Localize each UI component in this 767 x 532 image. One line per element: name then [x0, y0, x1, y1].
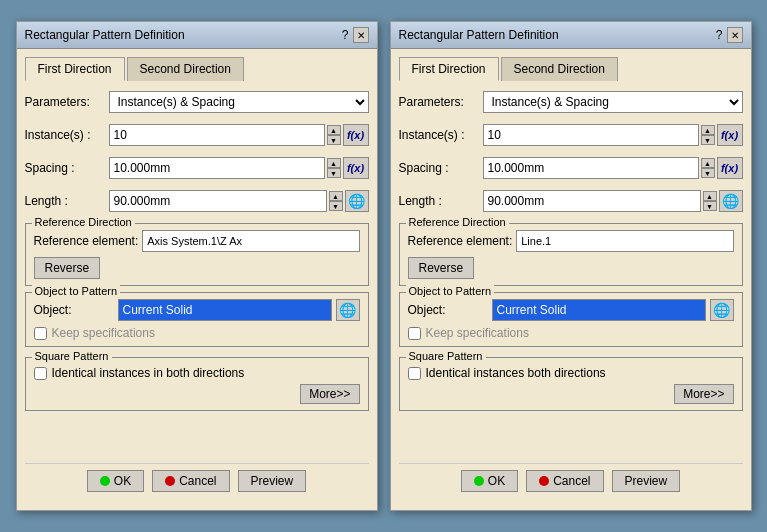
- keep-specs-checkbox-1[interactable]: [34, 327, 47, 340]
- ok-label-1: OK: [114, 474, 131, 488]
- reverse-button-2[interactable]: Reverse: [408, 257, 475, 279]
- tab-first-direction-2[interactable]: First Direction: [399, 57, 499, 81]
- reference-direction-section-1: Reference Direction Reference element: R…: [25, 223, 369, 286]
- ok-green-dot-2: [474, 476, 484, 486]
- ok-button-1[interactable]: OK: [87, 470, 144, 492]
- parameters-label-2: Parameters:: [399, 95, 479, 109]
- instances-input-1[interactable]: [109, 124, 325, 146]
- dialog-content-2: First Direction Second Direction Paramet…: [391, 49, 751, 510]
- length-spin-1: ▲ ▼: [329, 191, 343, 211]
- length-spin-down-1[interactable]: ▼: [329, 201, 343, 211]
- dialog-1: Rectangular Pattern Definition ? ✕ First…: [16, 21, 378, 511]
- spacing-row-1: Spacing : ▲ ▼ f(x): [25, 157, 369, 179]
- ok-button-2[interactable]: OK: [461, 470, 518, 492]
- ok-label-2: OK: [488, 474, 505, 488]
- ref-element-input-2[interactable]: [516, 230, 733, 252]
- cancel-label-2: Cancel: [553, 474, 590, 488]
- length-label-2: Length :: [399, 194, 479, 208]
- tabs-1: First Direction Second Direction: [25, 57, 369, 81]
- spacing-fx-btn-2[interactable]: f(x): [717, 157, 743, 179]
- length-input-group-1: ▲ ▼ 🌐: [109, 190, 369, 212]
- object-row-1: Object: 🌐: [34, 299, 360, 321]
- keep-specs-checkbox-2[interactable]: [408, 327, 421, 340]
- length-globe-btn-1[interactable]: 🌐: [345, 190, 369, 212]
- spacing-fx-btn-1[interactable]: f(x): [343, 157, 369, 179]
- object-input-1[interactable]: [118, 299, 332, 321]
- length-spin-up-2[interactable]: ▲: [703, 191, 717, 201]
- cancel-button-2[interactable]: Cancel: [526, 470, 603, 492]
- instances-input-group-2: ▲ ▼ f(x): [483, 124, 743, 146]
- spacing-row-2: Spacing : ▲ ▼ f(x): [399, 157, 743, 179]
- reference-direction-title-2: Reference Direction: [406, 216, 509, 228]
- spacing-input-group-1: ▲ ▼ f(x): [109, 157, 369, 179]
- help-button-2[interactable]: ?: [716, 28, 723, 42]
- square-pattern-section-1: Square Pattern Identical instances in bo…: [25, 357, 369, 411]
- instances-spin-down-2[interactable]: ▼: [701, 135, 715, 145]
- object-globe-btn-1[interactable]: 🌐: [336, 299, 360, 321]
- more-button-2[interactable]: More>>: [674, 384, 733, 404]
- reference-direction-title-1: Reference Direction: [32, 216, 135, 228]
- square-pattern-checkbox-1[interactable]: [34, 367, 47, 380]
- object-pattern-section-2: Object to Pattern Object: 🌐 Keep specifi…: [399, 292, 743, 347]
- cancel-button-1[interactable]: Cancel: [152, 470, 229, 492]
- dialog-content-1: First Direction Second Direction Paramet…: [17, 49, 377, 510]
- spacing-spin-down-2[interactable]: ▼: [701, 168, 715, 178]
- instances-spin-up-2[interactable]: ▲: [701, 125, 715, 135]
- instances-fx-btn-1[interactable]: f(x): [343, 124, 369, 146]
- spacing-input-1[interactable]: [109, 157, 325, 179]
- titlebar-1: Rectangular Pattern Definition ? ✕: [17, 22, 377, 49]
- object-row-2: Object: 🌐: [408, 299, 734, 321]
- object-globe-btn-2[interactable]: 🌐: [710, 299, 734, 321]
- close-button-2[interactable]: ✕: [727, 27, 743, 43]
- parameters-row-1: Parameters: Instance(s) & Spacing: [25, 91, 369, 113]
- spacing-spin-1: ▲ ▼: [327, 158, 341, 178]
- instances-fx-btn-2[interactable]: f(x): [717, 124, 743, 146]
- help-button-1[interactable]: ?: [342, 28, 349, 42]
- spacing-spin-up-1[interactable]: ▲: [327, 158, 341, 168]
- square-pattern-label-text-1: Identical instances in both directions: [52, 366, 245, 380]
- spacing-spin-down-1[interactable]: ▼: [327, 168, 341, 178]
- close-button-1[interactable]: ✕: [353, 27, 369, 43]
- length-spin-up-1[interactable]: ▲: [329, 191, 343, 201]
- bottom-buttons-1: OK Cancel Preview: [25, 463, 369, 502]
- length-input-2[interactable]: [483, 190, 701, 212]
- instances-spin-up-1[interactable]: ▲: [327, 125, 341, 135]
- object-input-2[interactable]: [492, 299, 706, 321]
- more-button-1[interactable]: More>>: [300, 384, 359, 404]
- spacing-label-1: Spacing :: [25, 161, 105, 175]
- tabs-2: First Direction Second Direction: [399, 57, 743, 81]
- dialog-2: Rectangular Pattern Definition ? ✕ First…: [390, 21, 752, 511]
- spacing-input-2[interactable]: [483, 157, 699, 179]
- length-input-1[interactable]: [109, 190, 327, 212]
- object-label-1: Object:: [34, 303, 114, 317]
- preview-button-2[interactable]: Preview: [612, 470, 681, 492]
- tab-second-direction-1[interactable]: Second Direction: [127, 57, 244, 81]
- instances-input-2[interactable]: [483, 124, 699, 146]
- dialog-title-2: Rectangular Pattern Definition: [399, 28, 559, 42]
- object-pattern-title-2: Object to Pattern: [406, 285, 495, 297]
- object-pattern-section-1: Object to Pattern Object: 🌐 Keep specifi…: [25, 292, 369, 347]
- tab-first-direction-1[interactable]: First Direction: [25, 57, 125, 81]
- more-row-1: More>>: [34, 384, 360, 404]
- cancel-red-dot-1: [165, 476, 175, 486]
- ref-element-input-1[interactable]: [142, 230, 359, 252]
- preview-label-2: Preview: [625, 474, 668, 488]
- square-pattern-label-text-2: Identical instances both directions: [426, 366, 606, 380]
- length-label-1: Length :: [25, 194, 105, 208]
- reverse-button-1[interactable]: Reverse: [34, 257, 101, 279]
- parameters-select-1[interactable]: Instance(s) & Spacing: [109, 91, 369, 113]
- parameters-label-1: Parameters:: [25, 95, 105, 109]
- length-globe-btn-2[interactable]: 🌐: [719, 190, 743, 212]
- object-pattern-title-1: Object to Pattern: [32, 285, 121, 297]
- keep-specs-row-1: Keep specifications: [34, 326, 360, 340]
- spacing-spin-up-2[interactable]: ▲: [701, 158, 715, 168]
- spacing-spin-2: ▲ ▼: [701, 158, 715, 178]
- length-spin-down-2[interactable]: ▼: [703, 201, 717, 211]
- instances-spin-down-1[interactable]: ▼: [327, 135, 341, 145]
- preview-button-1[interactable]: Preview: [238, 470, 307, 492]
- instances-label-2: Instance(s) :: [399, 128, 479, 142]
- tab-second-direction-2[interactable]: Second Direction: [501, 57, 618, 81]
- parameters-select-2[interactable]: Instance(s) & Spacing: [483, 91, 743, 113]
- parameters-input-group-1: Instance(s) & Spacing: [109, 91, 369, 113]
- square-pattern-checkbox-2[interactable]: [408, 367, 421, 380]
